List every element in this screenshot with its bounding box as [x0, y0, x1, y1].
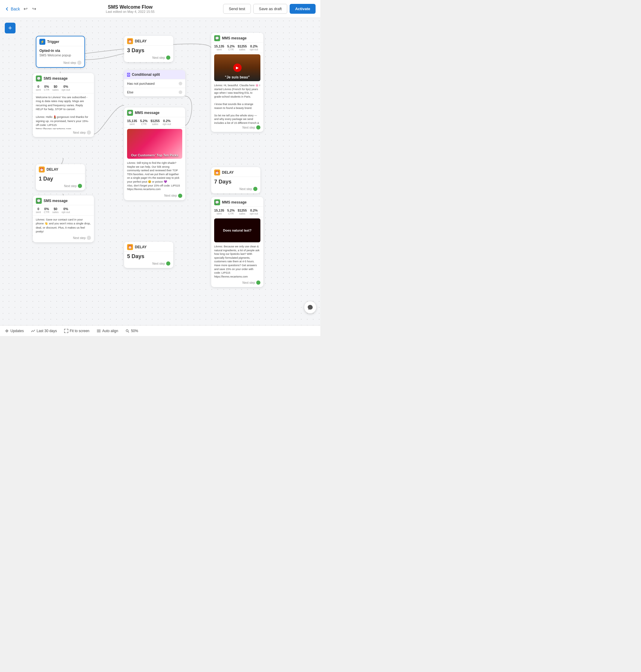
- split-header: ⚙ Conditional split: [124, 70, 185, 79]
- redo-button[interactable]: ↪: [31, 5, 37, 13]
- delay4-next-dot[interactable]: [253, 187, 257, 191]
- mms1-stats: 15,135 sent 5.2% CTR $1255 sales 0.2% op…: [211, 43, 263, 53]
- delay4-title: DELAY: [222, 170, 234, 175]
- mms3-body: Lèvres: Because we only use clean & natu…: [211, 243, 263, 279]
- delay2-title: DELAY: [46, 167, 58, 172]
- delay1-next-dot[interactable]: [166, 55, 170, 60]
- back-button[interactable]: Back: [5, 6, 20, 11]
- mms1-header: 💬 MMS message: [211, 33, 263, 43]
- split-title: Conditional split: [132, 72, 160, 77]
- mms2-icon: 💬: [127, 110, 133, 116]
- activate-button[interactable]: Activate: [290, 4, 316, 14]
- title-area: SMS Welcome Flow Last edited on May 4, 2…: [37, 4, 223, 13]
- mms3-image: Does natural last?: [214, 218, 260, 242]
- mms1-next: Next step: [211, 124, 263, 132]
- mms2-stat-sent: 15,135 sent: [127, 119, 137, 126]
- flow-canvas[interactable]: + ⚡ Trigger Opted-in via SMS Welco: [0, 18, 320, 325]
- mms2-next-dot[interactable]: [178, 194, 182, 198]
- delay3-title: DELAY: [135, 245, 147, 249]
- delay2-header: ⏰ DELAY: [36, 164, 85, 174]
- delay-node-1: ⏰ DELAY 3 Days Next step: [124, 36, 173, 62]
- trigger-node: ⚡ Trigger Opted-in via SMS Welcome popup…: [36, 36, 85, 68]
- delay3-icon: ⏰: [127, 244, 133, 250]
- mms3-stat-sent: 15,135 sent: [214, 209, 224, 215]
- sms1-stats: 0 sent 0% CTR $0 sales 0% opt-out: [33, 83, 94, 93]
- delay1-header: ⏰ DELAY: [124, 36, 173, 46]
- delay-node-4: ⏰ DELAY 7 Days Next step: [211, 167, 260, 193]
- mms3-stats: 15,135 sent 5.2% CTR $1255 sales 0.2% op…: [211, 207, 263, 217]
- mms1-next-dot[interactable]: [256, 125, 260, 130]
- svg-line-5: [128, 332, 129, 333]
- play-icon[interactable]: ▶: [233, 64, 242, 72]
- mms3-next: Next step: [211, 279, 263, 287]
- delay2-next: Next step: [36, 183, 85, 190]
- split-dot-2[interactable]: [179, 91, 182, 94]
- sms1-stat-ctr: 0% CTR: [44, 85, 50, 91]
- delay4-icon: ⏰: [214, 170, 220, 175]
- mms-node-3: 💬 MMS message 15,135 sent 5.2% CTR $1255…: [211, 197, 263, 287]
- last30-button[interactable]: Last 30 days: [31, 329, 57, 333]
- delay4-days: 7 Days: [211, 177, 260, 186]
- delay4-next: Next step: [211, 186, 260, 193]
- mms1-stat-sent: 15,135 sent: [214, 44, 224, 51]
- save-draft-button[interactable]: Save as draft: [253, 4, 288, 14]
- mms1-icon: 💬: [214, 35, 220, 41]
- split-node: ⚙ Conditional split Has not purchased El…: [124, 70, 185, 96]
- sms-node-2: 💬 SMS message 0 sent 0% CTR $0 sales 0% …: [33, 196, 94, 242]
- mms1-stat-optout: 0.2% opt-out: [250, 44, 258, 51]
- topbar-actions: Send test Save as draft Activate: [223, 4, 316, 14]
- delay2-next-dot[interactable]: [78, 184, 82, 188]
- sms2-next-dot[interactable]: [87, 236, 91, 240]
- undo-redo-group: ↩ ↪: [22, 5, 37, 13]
- split-row1-label: Has not purchased: [127, 82, 154, 85]
- sms2-body: Lèvres: Save our contact card in your ph…: [33, 216, 94, 234]
- bottombar: Updates Last 30 days Fit to screen Auto …: [0, 325, 320, 336]
- mms3-icon: 💬: [214, 199, 220, 205]
- zoom-control[interactable]: 50%: [125, 329, 138, 333]
- mms3-next-dot[interactable]: [256, 281, 260, 285]
- delay3-next: Next step: [124, 260, 173, 268]
- fit-screen-label: Fit to screen: [70, 329, 90, 333]
- split-dot-1[interactable]: [179, 82, 182, 85]
- zoom-label: 50%: [131, 329, 138, 333]
- trigger-next-step: Next step: [37, 59, 84, 67]
- flow-subtitle: Last edited on May 4, 2022 15:55: [37, 10, 223, 13]
- mms3-header: 💬 MMS message: [211, 197, 263, 207]
- back-label: Back: [11, 6, 20, 11]
- send-test-button[interactable]: Send test: [223, 4, 251, 14]
- trigger-next-dot[interactable]: [77, 61, 81, 65]
- sms1-next: Next step: [33, 129, 94, 137]
- mms1-img-text: "Je suis beau": [214, 75, 260, 79]
- sms2-stat-ctr: 0% CTR: [44, 207, 50, 214]
- trigger-body: Opted-in via SMS Welcome popup: [37, 46, 84, 59]
- delay3-next-dot[interactable]: [166, 261, 170, 266]
- sms2-title: SMS message: [43, 199, 68, 203]
- split-row2-label: Else: [127, 91, 133, 94]
- sms1-header: 💬 SMS message: [33, 73, 94, 83]
- mms2-title: MMS message: [135, 111, 160, 115]
- sms1-next-dot[interactable]: [87, 131, 91, 135]
- flow-title: SMS Welcome Flow: [37, 4, 223, 10]
- add-node-button[interactable]: +: [5, 23, 15, 33]
- trigger-header: ⚡ Trigger: [37, 37, 84, 46]
- delay4-header: ⏰ DELAY: [211, 167, 260, 177]
- auto-align-label: Auto align: [102, 329, 118, 333]
- mms3-stat-ctr: 5.2% CTR: [227, 209, 235, 215]
- sms2-icon: 💬: [36, 198, 42, 204]
- sms2-stat-optout: 0% opt-out: [62, 207, 70, 214]
- sms1-body: Welcome to Lèvres! You are subscribed - …: [33, 93, 94, 129]
- mms1-image: ▶ "Je suis beau": [214, 54, 260, 81]
- trigger-icon: ⚡: [39, 39, 45, 45]
- undo-button[interactable]: ↩: [22, 5, 29, 13]
- mms2-body: Lèvres: Still trying to find the right s…: [124, 160, 185, 192]
- auto-align-button[interactable]: Auto align: [97, 329, 118, 333]
- mms1-title: MMS message: [222, 36, 247, 40]
- updates-button[interactable]: Updates: [5, 329, 24, 333]
- sms1-title: SMS message: [43, 76, 68, 81]
- updates-label: Updates: [11, 329, 24, 333]
- fit-screen-button[interactable]: Fit to screen: [64, 329, 90, 333]
- svg-point-0: [6, 330, 8, 332]
- chat-bubble-button[interactable]: [304, 301, 316, 313]
- delay2-days: 1 Day: [36, 174, 85, 183]
- delay2-icon: ⏰: [39, 166, 45, 173]
